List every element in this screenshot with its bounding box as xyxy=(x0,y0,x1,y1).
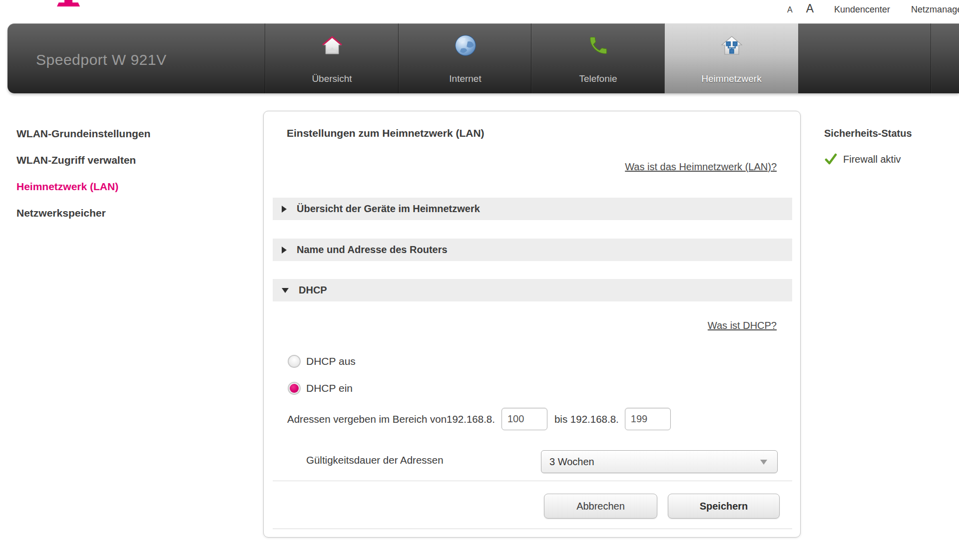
sidebar-item-heimnetzwerk-lan[interactable]: Heimnetzwerk (LAN) xyxy=(16,173,236,200)
chevron-down-icon xyxy=(282,288,289,293)
firewall-status-label: Firewall aktiv xyxy=(843,154,901,165)
tab-label: Telefonie xyxy=(531,73,665,84)
firewall-status-item: Firewall aktiv xyxy=(824,153,912,166)
main-navbar: Speedport W 921V Übersicht xyxy=(7,23,959,93)
accordion-dhcp[interactable]: DHCP xyxy=(273,279,792,301)
range-to-input[interactable] xyxy=(625,408,671,430)
range-prefix-label: Adressen vergeben im Bereich von192.168.… xyxy=(287,413,495,425)
font-size-small-button[interactable]: A xyxy=(787,5,793,14)
netzmanager-link[interactable]: Netzmanager xyxy=(911,4,959,15)
security-status-title: Sicherheits-Status xyxy=(824,128,912,139)
globe-icon xyxy=(455,34,477,56)
help-link-heimnetzwerk[interactable]: Was ist das Heimnetzwerk (LAN)? xyxy=(625,161,777,173)
settings-sidebar: WLAN-Grundeinstellungen WLAN-Zugriff ver… xyxy=(16,120,236,226)
lan-settings-panel: Einstellungen zum Heimnetzwerk (LAN) Was… xyxy=(263,111,801,538)
kundencenter-link[interactable]: Kundencenter xyxy=(834,4,890,15)
accordion-name-adresse-router[interactable]: Name und Adresse des Routers xyxy=(273,239,792,261)
tab-label: Heimnetzwerk xyxy=(665,73,798,84)
device-name: Speedport W 921V xyxy=(36,23,167,96)
router-admin-page: A A Kundencenter Netzmanager Speedport W… xyxy=(0,0,959,560)
lease-duration-label: Gültigkeitsdauer der Adressen xyxy=(306,454,444,466)
radio-selected-icon[interactable] xyxy=(288,382,301,395)
accordion-label: DHCP xyxy=(299,284,327,296)
tab-telefonie[interactable]: Telefonie xyxy=(531,23,665,93)
save-button[interactable]: Speichern xyxy=(668,494,780,519)
dhcp-on-radio[interactable]: DHCP ein xyxy=(288,382,353,395)
home-network-icon xyxy=(721,34,743,56)
dhcp-off-radio[interactable]: DHCP aus xyxy=(288,355,356,368)
telekom-logo-icon xyxy=(57,0,80,6)
accordion-label: Übersicht der Geräte im Heimnetzwerk xyxy=(297,203,480,215)
lease-duration-select[interactable]: 3 Wochen xyxy=(541,450,778,473)
sidebar-item-wlan-grundeinstellungen[interactable]: WLAN-Grundeinstellungen xyxy=(16,120,236,147)
accordion-geraete-uebersicht[interactable]: Übersicht der Geräte im Heimnetzwerk xyxy=(273,198,792,220)
tab-label: Internet xyxy=(399,73,532,84)
radio-unselected-icon[interactable] xyxy=(288,355,301,368)
lease-duration-value: 3 Wochen xyxy=(549,451,594,473)
tab-heimnetzwerk[interactable]: Heimnetzwerk xyxy=(664,23,798,93)
dropdown-arrow-icon xyxy=(760,460,767,465)
font-size-large-button[interactable]: A xyxy=(806,2,814,15)
check-icon xyxy=(824,153,837,166)
divider xyxy=(273,529,792,529)
range-from-input[interactable] xyxy=(501,408,547,430)
cancel-button[interactable]: Abbrechen xyxy=(544,494,657,519)
chevron-right-icon xyxy=(282,247,287,254)
range-mid-label: bis 192.168.8. xyxy=(554,413,619,425)
home-icon xyxy=(321,34,343,56)
radio-label: DHCP ein xyxy=(306,382,353,394)
help-link-dhcp[interactable]: Was ist DHCP? xyxy=(708,320,777,331)
dhcp-range-row: Adressen vergeben im Bereich von192.168.… xyxy=(287,407,671,431)
header-links: A A Kundencenter Netzmanager xyxy=(787,2,959,15)
tab-internet[interactable]: Internet xyxy=(398,23,532,93)
chevron-right-icon xyxy=(282,206,287,213)
tab-label: Übersicht xyxy=(265,73,399,84)
sidebar-item-netzwerkspeicher[interactable]: Netzwerkspeicher xyxy=(16,200,236,226)
page-title: Einstellungen zum Heimnetzwerk (LAN) xyxy=(287,127,484,139)
security-status-panel: Sicherheits-Status Firewall aktiv xyxy=(824,128,912,166)
tab-uebersicht[interactable]: Übersicht xyxy=(265,23,399,93)
nav-divider xyxy=(931,23,931,93)
accordion-label: Name und Adresse des Routers xyxy=(297,244,448,256)
sidebar-item-wlan-zugriff[interactable]: WLAN-Zugriff verwalten xyxy=(16,147,236,173)
phone-icon xyxy=(587,34,609,56)
divider xyxy=(273,481,792,481)
radio-label: DHCP aus xyxy=(306,355,356,367)
